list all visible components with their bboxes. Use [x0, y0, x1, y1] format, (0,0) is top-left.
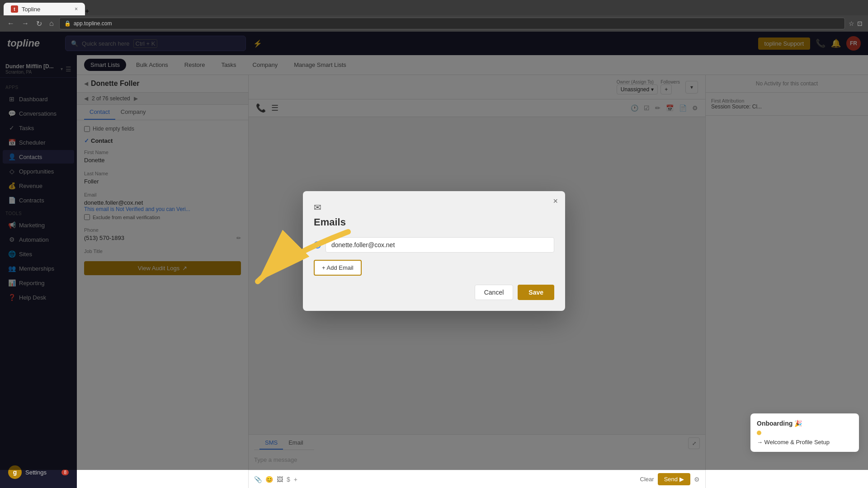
- save-btn[interactable]: Save: [518, 285, 554, 300]
- add-email-btn[interactable]: + Add Email: [314, 260, 362, 276]
- modal-email-icon: ✉: [314, 202, 554, 213]
- reload-btn[interactable]: ↻: [34, 18, 44, 30]
- modal-footer: Cancel Save: [314, 285, 554, 300]
- settings-badge: 8: [61, 469, 69, 475]
- add-icon[interactable]: +: [294, 476, 297, 483]
- onboarding-card: Onboarding 🎉 → Welcome & Profile Setup: [750, 413, 859, 452]
- address-text: app.topline.com: [74, 20, 112, 27]
- onboarding-link-text: → Welcome & Profile Setup: [757, 439, 830, 446]
- browser-actions: ☆ ⊡: [849, 20, 863, 27]
- onboarding-link[interactable]: → Welcome & Profile Setup: [757, 439, 853, 446]
- favicon-small: 🔒: [64, 20, 71, 27]
- tab-close-btn[interactable]: ×: [75, 6, 78, 12]
- send-btn[interactable]: Send ▶: [658, 473, 690, 485]
- home-btn[interactable]: ⌂: [47, 18, 56, 29]
- dollar-icon[interactable]: $: [287, 476, 290, 483]
- modal-overlay: × ✉ Emails + Add Email Cancel Save: [0, 32, 868, 470]
- email-row: [314, 237, 554, 253]
- image-icon[interactable]: 🖼: [277, 476, 283, 483]
- cancel-btn[interactable]: Cancel: [475, 285, 514, 300]
- onboarding-title: Onboarding 🎉: [757, 420, 853, 427]
- address-bar[interactable]: 🔒 app.topline.com: [59, 18, 845, 29]
- modal-title: Emails: [314, 216, 554, 228]
- new-tab-btn[interactable]: +: [85, 7, 89, 15]
- clear-btn[interactable]: Clear: [640, 476, 654, 483]
- send-options-icon[interactable]: ⚙: [694, 476, 700, 483]
- progress-dot: [757, 431, 761, 435]
- modal-close-btn[interactable]: ×: [553, 197, 558, 206]
- emoji-icon[interactable]: 😊: [265, 476, 273, 483]
- extensions-btn[interactable]: ⊡: [857, 20, 863, 27]
- back-btn[interactable]: ←: [5, 18, 16, 29]
- attach-icon[interactable]: 📎: [254, 476, 262, 483]
- send-icon: ▶: [679, 476, 684, 483]
- progress-row: [757, 431, 853, 435]
- bookmark-btn[interactable]: ☆: [849, 20, 854, 27]
- email-modal-input[interactable]: [326, 237, 554, 253]
- tab-favicon: t: [11, 5, 18, 13]
- tab-title: Topline: [22, 6, 40, 13]
- onboarding-title-text: Onboarding 🎉: [757, 420, 802, 427]
- chat-toolbar: 📎 😊 🖼 $ + Clear Send ▶ ⚙: [249, 470, 705, 488]
- browser-tabs: t Topline × +: [0, 0, 868, 15]
- browser-toolbar: ← → ↻ ⌂ 🔒 app.topline.com ☆ ⊡: [0, 15, 868, 32]
- forward-btn[interactable]: →: [20, 18, 31, 29]
- email-radio-btn[interactable]: [314, 241, 321, 249]
- email-modal: × ✉ Emails + Add Email Cancel Save: [303, 191, 565, 311]
- active-tab[interactable]: t Topline ×: [4, 3, 85, 15]
- send-label: Send: [664, 476, 678, 483]
